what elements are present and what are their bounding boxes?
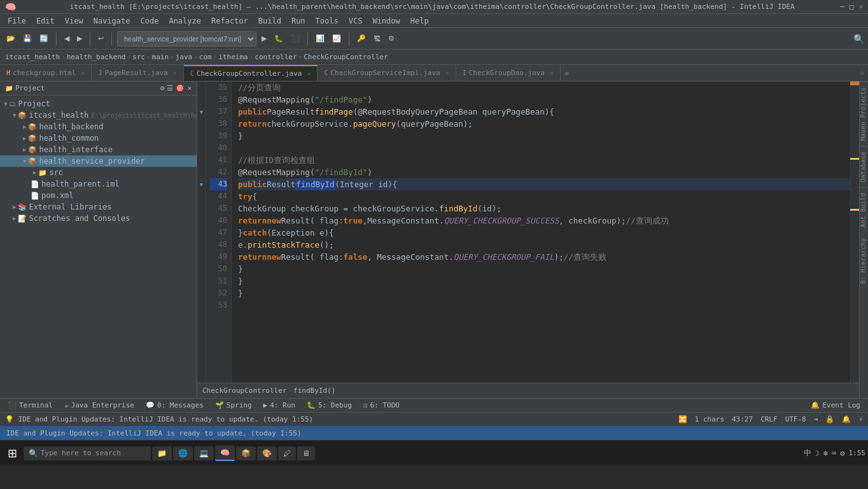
- toolbar-back-btn[interactable]: ◀: [62, 33, 72, 44]
- panel-maven[interactable]: Maven Projects: [860, 82, 868, 146]
- breadcrumb-java[interactable]: java: [176, 53, 193, 61]
- toolbar-save-btn[interactable]: 💾: [20, 33, 34, 44]
- menu-view[interactable]: View: [60, 15, 88, 27]
- bottom-tab-run[interactable]: ▶ 4: Run: [258, 400, 300, 411]
- taskbar-app-5[interactable]: 📦: [236, 446, 256, 460]
- moon-icon[interactable]: ☽: [815, 449, 820, 458]
- bottom-tab-messages[interactable]: 💬 0: Messages: [141, 400, 209, 411]
- taskbar-app-7[interactable]: 🖊: [278, 446, 296, 460]
- breadcrumb-itcast[interactable]: itcast_health: [5, 53, 60, 61]
- menu-refactor[interactable]: Refactor: [206, 15, 253, 27]
- menu-edit[interactable]: Edit: [31, 15, 60, 27]
- settings-tray-icon[interactable]: ⚙: [840, 449, 844, 458]
- breadcrumb-com[interactable]: com: [199, 53, 212, 61]
- tab-more-btn[interactable]: »: [561, 65, 573, 81]
- menu-run[interactable]: Run: [286, 15, 311, 27]
- sidebar-item-src[interactable]: ▶ 📁 src: [0, 167, 197, 178]
- bottom-tab-todo[interactable]: ☑ 6: TODO: [358, 400, 405, 411]
- taskbar-app-search[interactable]: 🔍 Type here to search: [24, 446, 151, 460]
- panel-ant[interactable]: Ant Build: [860, 187, 868, 232]
- menu-code[interactable]: Code: [136, 15, 164, 27]
- encoding[interactable]: UTF-8: [785, 415, 806, 423]
- tab-checkgroupserviceimpl[interactable]: C CheckGroupServiceImpl.java ✕: [318, 65, 456, 81]
- profiler-btn[interactable]: 📈: [330, 33, 344, 44]
- gutter-43[interactable]: ▼: [197, 178, 206, 190]
- tab-close-impl[interactable]: ✕: [445, 69, 449, 76]
- taskbar-app-1[interactable]: 📁: [152, 446, 172, 460]
- menu-tools[interactable]: Tools: [311, 15, 344, 27]
- tab-checkgroupcontroller[interactable]: C CheckGroupController.java ✕: [184, 65, 318, 81]
- ime-icon[interactable]: 中: [804, 448, 811, 458]
- close-btn[interactable]: ✕: [858, 3, 863, 11]
- tab-close-controller[interactable]: ✕: [307, 70, 311, 77]
- sidebar-scroll-icon[interactable]: 🎯: [176, 84, 185, 92]
- run-btn[interactable]: ▶: [259, 33, 269, 44]
- sidebar-close-icon[interactable]: ✕: [187, 84, 192, 92]
- bottom-tab-java-enterprise[interactable]: ☕ Java Enterprise: [59, 400, 139, 411]
- toolbar-search-btn[interactable]: 🔍: [853, 34, 864, 44]
- sidebar-item-health-common[interactable]: ▶ 📦 health_common: [0, 132, 197, 144]
- breadcrumb-itheima[interactable]: itheima: [218, 53, 248, 61]
- sidebar-item-health-interface[interactable]: ▶ 📦 health_interface: [0, 144, 197, 155]
- tab-settings[interactable]: ⚙: [857, 65, 868, 81]
- sidebar-item-health-backend[interactable]: ▶ 📦 health_backend: [0, 121, 197, 132]
- bottom-tab-event-log[interactable]: 🔔 Event Log: [806, 400, 865, 411]
- run-config-select[interactable]: health_service_provider [tomcat7:run]: [117, 31, 256, 46]
- taskbar-app-4[interactable]: 🧠: [215, 446, 235, 461]
- gutter-37[interactable]: ▼: [197, 106, 206, 118]
- breadcrumb-backend[interactable]: health_backend: [67, 53, 126, 61]
- tab-pageresult[interactable]: J PageResult.java ✕: [92, 65, 183, 81]
- menu-window[interactable]: Window: [367, 15, 405, 27]
- sidebar-item-health-parent-iml[interactable]: 📄 health_parent.iml: [0, 178, 197, 190]
- toolbar-sync-btn[interactable]: 🔄: [37, 33, 51, 44]
- minimize-btn[interactable]: ─: [840, 3, 844, 11]
- editor-bc-controller[interactable]: CheckGroupController: [202, 386, 286, 395]
- sidebar-collapse-icon[interactable]: ☰: [167, 84, 173, 92]
- editor-indicator[interactable]: [850, 82, 859, 383]
- taskbar-app-8[interactable]: 🖥: [297, 446, 315, 460]
- sidebar-item-scratches[interactable]: ▶ 📝 Scratches and Consoles: [0, 213, 197, 224]
- tab-close-pageresult[interactable]: ✕: [173, 69, 177, 76]
- toolbar-open-btn[interactable]: 📂: [4, 33, 18, 44]
- code-area[interactable]: ▼ ▼ 35 36 37: [197, 82, 859, 383]
- taskbar-app-6[interactable]: 🎨: [257, 446, 277, 460]
- cursor-position[interactable]: 43:27: [732, 415, 753, 423]
- panel-database[interactable]: Database: [860, 146, 868, 187]
- breadcrumb-class[interactable]: CheckGroupController: [304, 53, 388, 61]
- sidebar-item-external-libraries[interactable]: ▶ 📚 External Libraries: [0, 201, 197, 213]
- bottom-tab-debug[interactable]: 🐛 5: Debug: [302, 400, 357, 411]
- toolbar-undo-btn[interactable]: ↩: [95, 33, 106, 44]
- sidebar-item-pom-xml[interactable]: 📄 pom.xml: [0, 190, 197, 201]
- sidebar-settings-icon[interactable]: ⚙: [160, 84, 165, 92]
- toolbar-forward-btn[interactable]: ▶: [74, 33, 85, 44]
- menu-navigate[interactable]: Navigate: [88, 15, 136, 27]
- tab-checkgroup-html[interactable]: H checkgroup.html ✕: [0, 65, 92, 81]
- panel-hierarchy[interactable]: 8: Hierarchy: [860, 233, 868, 289]
- menu-file[interactable]: File: [3, 15, 31, 27]
- settings-btn[interactable]: ⚙: [386, 33, 397, 44]
- tab-checkgroupdao[interactable]: I CheckGroupDao.java ✕: [456, 65, 561, 81]
- bottom-tab-spring[interactable]: 🌱 Spring: [210, 400, 257, 411]
- stop-btn[interactable]: ⬛: [288, 33, 302, 44]
- line-ending[interactable]: CRLF: [760, 415, 778, 423]
- breadcrumb-src[interactable]: src: [132, 53, 145, 61]
- run-coverage-btn[interactable]: 📊: [313, 33, 327, 44]
- sidebar-item-health-service-provider[interactable]: ▼ 📦 health_service_provider: [0, 155, 197, 167]
- taskbar-start-btn[interactable]: ⊞: [3, 444, 22, 463]
- sidebar-item-project[interactable]: ▼ 🗂 Project: [0, 98, 197, 110]
- structure-btn[interactable]: 🏗: [371, 34, 383, 44]
- code-editor[interactable]: //分页查询 @RequestMapping("/findPage") publ…: [232, 82, 850, 383]
- menu-build[interactable]: Build: [253, 15, 286, 27]
- snowflake-icon[interactable]: ❄: [823, 449, 828, 458]
- window-controls[interactable]: ─ □ ✕: [840, 3, 863, 11]
- sidebar-item-itcast-health[interactable]: ▼ 📦 itcast_health E:\projects\itcast_hea…: [0, 110, 197, 121]
- taskbar-app-3[interactable]: 💻: [194, 446, 214, 460]
- tab-close-dao[interactable]: ✕: [550, 69, 554, 76]
- bottom-tab-terminal[interactable]: ⬛ Terminal: [3, 400, 58, 411]
- breadcrumb-main[interactable]: main: [152, 53, 169, 61]
- tab-close-html[interactable]: ✕: [81, 69, 85, 76]
- menu-analyze[interactable]: Analyze: [164, 15, 206, 27]
- git-btn[interactable]: 🔑: [354, 33, 368, 44]
- maximize-btn[interactable]: □: [850, 3, 854, 11]
- menu-vcs[interactable]: VCS: [344, 15, 368, 27]
